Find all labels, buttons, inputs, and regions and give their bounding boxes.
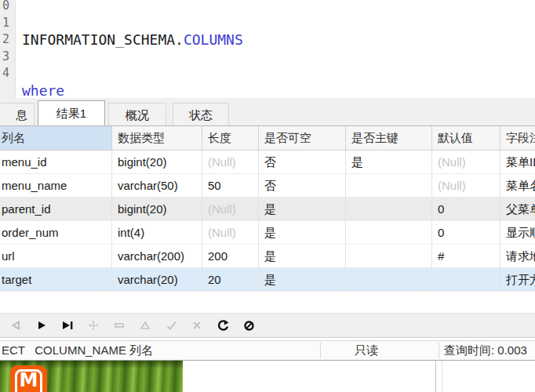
tab-result1[interactable]: 结果1 (38, 100, 105, 125)
table-row[interactable]: menu_id bigint(20) (Null) 否 是 (Null) 菜单I… (0, 151, 535, 174)
cell-primary-key[interactable]: 是 (346, 151, 432, 173)
cell-comment[interactable]: 菜单ID (500, 151, 535, 173)
cell-comment[interactable]: 打开方式 (500, 268, 535, 291)
cell-datatype[interactable]: bigint(20) (112, 151, 202, 173)
cell-primary-key[interactable] (346, 245, 432, 267)
discard-changes-icon[interactable] (191, 320, 203, 332)
apply-changes-icon[interactable] (165, 320, 177, 332)
cell-datatype[interactable]: varchar(50) (112, 174, 202, 197)
cell-primary-key[interactable] (346, 174, 432, 197)
cell-nullable[interactable]: 是 (259, 268, 346, 291)
line-number: 1 (0, 15, 15, 32)
column-header-nullable[interactable]: 是否可空 (259, 126, 346, 150)
grass-wallpaper-image: M (0, 361, 183, 392)
cell-primary-key[interactable] (346, 221, 432, 244)
cell-default[interactable]: (Null) (432, 174, 500, 197)
column-header-default[interactable]: 默认值 (432, 126, 500, 150)
cell-datatype[interactable]: bigint(20) (112, 198, 202, 220)
cell-comment[interactable]: 菜单名称 (500, 174, 535, 197)
cell-length[interactable]: 20 (202, 268, 259, 291)
cell-length[interactable]: (Null) (202, 221, 259, 244)
cell-column-name[interactable]: url (0, 245, 112, 267)
results-grid: 列名 数据类型 长度 是否可空 是否主键 默认值 字段注释 menu_id bi… (0, 126, 535, 292)
cell-default[interactable]: 0 (432, 198, 500, 220)
cell-default[interactable] (432, 268, 500, 291)
status-query-fragment: ECT COLUMN_NAME 列名 (2, 341, 153, 360)
line-number: 0 (0, 0, 15, 15)
tab-profile[interactable]: 概况 (108, 103, 166, 125)
delete-record-icon[interactable] (113, 320, 126, 332)
sql-identifier: INFORMATION_SCHEMA. (22, 31, 184, 48)
line-number-gutter: 0 1 2 3 4 (0, 0, 16, 98)
cell-column-name[interactable]: menu_name (0, 174, 112, 197)
tab-status[interactable]: 状态 (173, 103, 229, 125)
logo-letter: M (10, 369, 47, 391)
line-number: 4 (0, 65, 15, 82)
sql-keyword: where (22, 82, 64, 99)
table-row-selected[interactable]: target varchar(20) 20 是 打开方式 (0, 268, 535, 292)
mango-tv-logo-icon: M (10, 365, 47, 392)
tab-message[interactable]: 息 (0, 103, 35, 125)
sql-editor[interactable]: 0 1 2 3 4 INFORMATION_SCHEMA.COLUMNS whe… (0, 0, 535, 98)
previous-record-icon[interactable] (9, 320, 22, 332)
status-bar: ECT COLUMN_NAME 列名 只读 查询时间: 0.003 (0, 340, 535, 361)
column-header-primary-key[interactable]: 是否主键 (346, 126, 432, 150)
status-divider (320, 343, 321, 358)
status-divider (439, 343, 439, 358)
sql-keyword: COLUMNS (184, 31, 243, 48)
cell-length[interactable]: (Null) (202, 198, 259, 220)
cell-length[interactable]: 200 (202, 245, 259, 267)
cell-primary-key[interactable] (346, 198, 432, 220)
window-edge-divider (442, 361, 442, 392)
cell-datatype[interactable]: int(4) (112, 221, 202, 244)
column-header-datatype[interactable]: 数据类型 (112, 126, 202, 150)
window-edge-divider (435, 361, 436, 392)
cell-comment[interactable]: 请求地址 (500, 245, 535, 267)
cell-nullable[interactable]: 是 (259, 221, 346, 244)
result-tabbar: 息 结果1 概况 状态 (0, 98, 535, 126)
column-header-comment[interactable]: 字段注释 (500, 126, 535, 150)
cell-column-name[interactable]: menu_id (0, 151, 112, 173)
cell-datatype[interactable]: varchar(200) (112, 245, 202, 267)
cell-column-name[interactable]: target (0, 268, 112, 291)
query-time: 查询时间: 0.003 (444, 341, 527, 360)
cell-default[interactable]: (Null) (432, 151, 500, 173)
cell-nullable[interactable]: 是 (259, 198, 346, 220)
cell-comment[interactable]: 显示顺序 (500, 221, 535, 244)
database-client-window: 0 1 2 3 4 INFORMATION_SCHEMA.COLUMNS whe… (0, 0, 535, 392)
column-header-name[interactable]: 列名 (0, 126, 112, 150)
refresh-icon[interactable] (217, 320, 229, 332)
stop-icon[interactable] (242, 320, 255, 332)
last-record-icon[interactable] (61, 320, 74, 332)
table-row[interactable]: menu_name varchar(50) 50 否 (Null) 菜单名称 (0, 174, 535, 198)
cell-comment[interactable]: 父菜单ID (500, 198, 535, 220)
column-header-length[interactable]: 长度 (202, 126, 259, 150)
cell-datatype[interactable]: varchar(20) (112, 268, 202, 291)
cell-nullable[interactable]: 否 (259, 174, 346, 197)
table-row[interactable]: parent_id bigint(20) (Null) 是 0 父菜单ID (0, 198, 535, 221)
desktop-strip: M (0, 361, 535, 392)
cell-nullable[interactable]: 是 (259, 245, 346, 267)
cell-column-name[interactable]: parent_id (0, 198, 112, 220)
cell-default[interactable]: 0 (432, 221, 500, 244)
table-row[interactable]: order_num int(4) (Null) 是 0 显示顺序 (0, 221, 535, 245)
next-record-icon[interactable] (35, 320, 48, 332)
line-number: 2 (0, 31, 15, 49)
cell-column-name[interactable]: order_num (0, 221, 112, 244)
line-number: 3 (0, 49, 15, 66)
cell-length[interactable]: 50 (202, 174, 259, 197)
grid-header-row: 列名 数据类型 长度 是否可空 是否主键 默认值 字段注释 (0, 126, 535, 151)
add-record-icon[interactable] (87, 320, 100, 332)
cell-primary-key[interactable] (346, 268, 432, 291)
sql-line: INFORMATION_SCHEMA.COLUMNS (22, 31, 243, 49)
cell-length[interactable]: (Null) (202, 151, 259, 173)
readonly-badge: 只读 (355, 341, 378, 360)
table-row[interactable]: url varchar(200) 200 是 # 请求地址 (0, 245, 535, 268)
record-toolbar (0, 313, 535, 338)
cell-nullable[interactable]: 否 (259, 151, 346, 173)
sql-line: where (22, 82, 243, 100)
cell-default[interactable]: # (432, 245, 500, 267)
edit-record-icon[interactable] (139, 320, 151, 332)
